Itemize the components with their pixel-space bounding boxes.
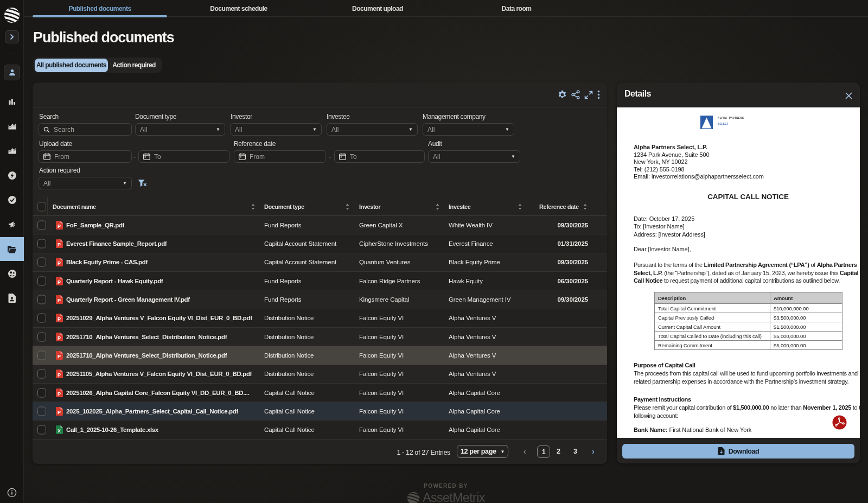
svg-text:P: P (58, 372, 61, 378)
svg-text:P: P (58, 409, 61, 415)
svg-text:X: X (58, 428, 61, 434)
svg-text:P: P (58, 353, 61, 359)
svg-text:P: P (58, 391, 61, 396)
svg-text:P: P (58, 279, 61, 284)
svg-text:P: P (58, 260, 61, 266)
svg-text:P: P (58, 298, 61, 303)
svg-text:P: P (58, 316, 61, 322)
svg-text:P: P (58, 242, 61, 247)
svg-text:P: P (58, 223, 61, 228)
svg-text:P: P (58, 335, 61, 340)
